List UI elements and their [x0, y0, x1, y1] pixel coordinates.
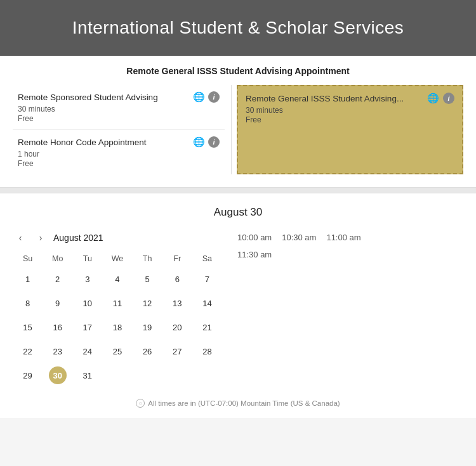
calendar-container: ‹ › August 2021 Su Mo Tu We Th Fr Sa: [13, 230, 463, 387]
calendar-day-cell[interactable]: 20: [162, 315, 192, 339]
calendar-day-cell[interactable]: 14: [192, 291, 222, 315]
calendar-day-cell[interactable]: 15: [13, 315, 43, 339]
appt-item-honor-icons: 🌐 i: [193, 136, 220, 148]
col-su: Su: [13, 252, 43, 267]
clock-icon: ○: [136, 399, 145, 408]
calendar-day-cell[interactable]: 28: [192, 339, 222, 363]
globe-icon-honor[interactable]: 🌐: [193, 136, 205, 148]
calendar-day-cell[interactable]: 21: [192, 315, 222, 339]
calendar-day-cell[interactable]: 31: [72, 363, 102, 387]
calendar-section: August 30 ‹ › August 2021 Su Mo Tu We Th…: [0, 193, 476, 418]
calendar-day-cell[interactable]: 12: [133, 291, 162, 315]
col-mo: Mo: [43, 252, 72, 267]
appt-item-honor-header: Remote Honor Code Appointment 🌐 i: [18, 136, 220, 148]
calendar-date-title: August 30: [13, 206, 463, 219]
globe-icon-selected[interactable]: 🌐: [427, 93, 439, 104]
calendar-day-cell: [162, 363, 192, 387]
calendar-week-row: 293031: [13, 363, 222, 387]
calendar-day-cell[interactable]: 25: [102, 339, 132, 363]
calendar-day-cell[interactable]: 3: [72, 267, 102, 291]
appt-item-honor-duration: 1 hour: [18, 150, 220, 159]
calendar-day-cell: [102, 363, 132, 387]
appointment-list: Remote Sponsored Student Advising 🌐 i 30…: [13, 85, 232, 174]
info-icon-selected[interactable]: i: [443, 93, 454, 104]
calendar-day-cell[interactable]: 22: [13, 339, 43, 363]
col-th: Th: [133, 252, 162, 267]
calendar-day-cell[interactable]: 4: [102, 267, 132, 291]
col-sa: Sa: [192, 252, 222, 267]
time-slot-1100[interactable]: 11:00 am: [324, 231, 363, 243]
appt-item-sponsored-header: Remote Sponsored Student Advising 🌐 i: [18, 91, 220, 103]
timezone-note: ○ All times are in (UTC-07:00) Mountain …: [13, 399, 463, 408]
calendar-week-row: 1234567: [13, 267, 222, 291]
month-label: August 2021: [53, 233, 103, 243]
page-header: International Student & Scholar Services: [0, 0, 476, 56]
appt-item-sponsored-icons: 🌐 i: [193, 91, 220, 103]
page-title: International Student & Scholar Services: [13, 18, 463, 38]
info-icon-honor[interactable]: i: [208, 136, 220, 148]
selected-appt-header: Remote General ISSS Student Advising... …: [246, 93, 454, 104]
timezone-text: All times are in (UTC-07:00) Mountain Ti…: [148, 399, 340, 407]
appt-item-sponsored[interactable]: Remote Sponsored Student Advising 🌐 i 30…: [13, 85, 225, 130]
calendar-day-cell[interactable]: 13: [162, 291, 192, 315]
time-slot-1130[interactable]: 11:30 am: [235, 249, 274, 261]
calendar-day-cell[interactable]: 11: [102, 291, 132, 315]
info-icon-sponsored[interactable]: i: [208, 91, 220, 103]
calendar-grid: Su Mo Tu We Th Fr Sa 1234567891011121314…: [13, 252, 222, 387]
mini-calendar: ‹ › August 2021 Su Mo Tu We Th Fr Sa: [13, 230, 222, 387]
globe-icon[interactable]: 🌐: [193, 91, 205, 103]
selected-appointment-panel: Remote General ISSS Student Advising... …: [237, 85, 463, 174]
calendar-nav: ‹ › August 2021: [13, 230, 222, 245]
selected-appt-price: Free: [246, 115, 454, 124]
time-slot-1030[interactable]: 10:30 am: [279, 231, 319, 243]
calendar-day-cell[interactable]: 2: [43, 267, 72, 291]
calendar-day-cell[interactable]: 7: [192, 267, 222, 291]
calendar-day-cell[interactable]: 24: [72, 339, 102, 363]
selected-appt-duration: 30 minutes: [246, 106, 454, 115]
calendar-day-cell[interactable]: 26: [133, 339, 162, 363]
time-slots-panel: 10:00 am 10:30 am 11:00 am 11:30 am: [235, 230, 463, 387]
calendar-header-row: Su Mo Tu We Th Fr Sa: [13, 252, 222, 267]
next-month-button[interactable]: ›: [33, 230, 48, 245]
calendar-day-cell[interactable]: 6: [162, 267, 192, 291]
selected-appt-name: Remote General ISSS Student Advising...: [246, 94, 423, 103]
calendar-day-cell[interactable]: 17: [72, 315, 102, 339]
calendar-day-cell[interactable]: 30: [43, 363, 72, 387]
appointment-columns: Remote Sponsored Student Advising 🌐 i 30…: [13, 85, 463, 174]
calendar-week-row: 15161718192021: [13, 315, 222, 339]
appt-item-honor[interactable]: Remote Honor Code Appointment 🌐 i 1 hour…: [13, 130, 225, 174]
calendar-day-cell: [133, 363, 162, 387]
appointment-section: Remote General ISSS Student Advising App…: [0, 56, 476, 187]
appt-item-sponsored-price: Free: [18, 114, 220, 123]
calendar-day-cell: [192, 363, 222, 387]
calendar-day-cell[interactable]: 23: [43, 339, 72, 363]
time-slot-1000[interactable]: 10:00 am: [235, 231, 274, 243]
section-title: Remote General ISSS Student Advising App…: [13, 66, 463, 76]
appt-item-honor-name: Remote Honor Code Appointment: [18, 138, 188, 147]
col-fr: Fr: [162, 252, 192, 267]
calendar-day-cell[interactable]: 16: [43, 315, 72, 339]
appt-item-sponsored-duration: 30 minutes: [18, 105, 220, 113]
col-we: We: [102, 252, 132, 267]
calendar-day-cell[interactable]: 1: [13, 267, 43, 291]
calendar-day-cell[interactable]: 5: [133, 267, 162, 291]
calendar-week-row: 22232425262728: [13, 339, 222, 363]
calendar-day-cell[interactable]: 18: [102, 315, 132, 339]
section-divider: [0, 187, 476, 193]
time-slot-row-1: 10:00 am 10:30 am 11:00 am: [235, 231, 463, 243]
calendar-day-cell[interactable]: 19: [133, 315, 162, 339]
prev-month-button[interactable]: ‹: [13, 230, 28, 245]
calendar-day-cell[interactable]: 10: [72, 291, 102, 315]
calendar-day-cell[interactable]: 29: [13, 363, 43, 387]
calendar-day-cell[interactable]: 9: [43, 291, 72, 315]
appt-item-honor-price: Free: [18, 159, 220, 168]
calendar-day-cell[interactable]: 8: [13, 291, 43, 315]
time-slot-row-2: 11:30 am: [235, 249, 463, 261]
calendar-day-cell[interactable]: 27: [162, 339, 192, 363]
appt-item-sponsored-name: Remote Sponsored Student Advising: [18, 93, 188, 102]
calendar-week-row: 891011121314: [13, 291, 222, 315]
col-tu: Tu: [72, 252, 102, 267]
